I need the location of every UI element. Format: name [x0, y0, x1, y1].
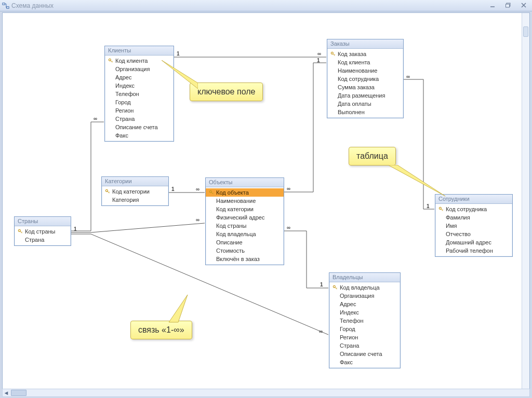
table-field[interactable]: Домашний адрес: [435, 238, 512, 246]
field-name: Адрес: [340, 300, 356, 308]
table-header[interactable]: Клиенты: [105, 46, 174, 56]
table-header[interactable]: Объекты: [206, 178, 284, 187]
primary-key-icon: [104, 189, 111, 194]
field-name: Выполнен: [338, 108, 365, 116]
table-owners[interactable]: ВладельцыКод владельцаОрганизацияАдресИн…: [329, 272, 401, 368]
table-field[interactable]: Описание счета: [329, 350, 400, 358]
table-orders[interactable]: ЗаказыКод заказаКод клиентаНаименованиеК…: [327, 39, 404, 118]
table-field[interactable]: Код сотрудника: [435, 205, 512, 213]
table-field[interactable]: Физический адрес: [206, 213, 284, 222]
field-name: Город: [340, 325, 355, 333]
field-name: Описание: [216, 239, 243, 246]
field-name: Код объекта: [216, 189, 249, 196]
table-field[interactable]: Фамилия: [435, 213, 512, 222]
table-field[interactable]: Код страны: [15, 227, 71, 236]
scroll-thumb[interactable]: [11, 390, 26, 396]
table-field[interactable]: Факс: [329, 358, 400, 366]
table-field[interactable]: Организация: [329, 292, 400, 300]
table-clients[interactable]: КлиентыКод клиентаОрганизацияАдресИндекс…: [104, 46, 174, 142]
table-field[interactable]: Регион: [105, 106, 174, 115]
table-header[interactable]: Владельцы: [329, 273, 400, 282]
table-field[interactable]: Код категории: [102, 187, 168, 196]
callout-text: связь «1-∞»: [138, 325, 184, 334]
svg-rect-1: [7, 6, 9, 8]
table-countries[interactable]: СтраныКод страныСтрана: [14, 216, 71, 246]
table-field[interactable]: Код объекта: [206, 188, 284, 197]
table-field[interactable]: Код заказа: [327, 50, 403, 58]
table-field[interactable]: Код страны: [206, 222, 284, 230]
field-name: Код заказа: [338, 50, 366, 58]
table-categories[interactable]: КатегорииКод категорииКатегория: [101, 176, 169, 206]
field-name: Описание счета: [340, 350, 382, 358]
restore-button[interactable]: [504, 1, 512, 9]
field-name: Стоимость: [216, 247, 245, 254]
primary-key-icon: [107, 58, 114, 63]
table-field[interactable]: Наименование: [327, 66, 403, 75]
cardinality-label: 1: [320, 282, 324, 287]
table-field[interactable]: Описание: [206, 238, 284, 246]
table-field[interactable]: Отчество: [435, 230, 512, 238]
table-header[interactable]: Категории: [102, 177, 168, 186]
callout-relation-tail: [169, 295, 190, 323]
table-field[interactable]: Включён в заказ: [206, 255, 284, 263]
callout-table-tail: [388, 165, 445, 198]
field-name: Регион: [115, 107, 134, 114]
cardinality-label: 1: [171, 186, 175, 192]
table-field[interactable]: Стоимость: [206, 246, 284, 255]
svg-rect-3: [506, 4, 510, 7]
minimize-button[interactable]: [488, 1, 497, 9]
table-field[interactable]: Дата размещения: [327, 91, 403, 100]
diagram-canvas[interactable]: КлиентыКод клиентаОрганизацияАдресИндекс…: [3, 13, 522, 389]
table-header[interactable]: Заказы: [327, 39, 403, 49]
table-header[interactable]: Сотрудники: [435, 195, 512, 204]
table-field[interactable]: Адрес: [105, 73, 174, 81]
table-field[interactable]: Регион: [329, 333, 400, 341]
table-field[interactable]: Код сотрудника: [327, 75, 403, 83]
table-field[interactable]: Факс: [105, 131, 174, 140]
primary-key-icon: [208, 190, 215, 195]
table-field[interactable]: Город: [105, 98, 174, 106]
relationships-icon: [2, 2, 9, 9]
table-objects[interactable]: ОбъектыКод объектаНаименованиеКод катего…: [205, 177, 284, 265]
table-field[interactable]: Страна: [329, 341, 400, 350]
table-field[interactable]: Код владельца: [206, 230, 284, 238]
callout-text: ключевое поле: [197, 87, 255, 96]
table-field[interactable]: Описание счета: [105, 123, 174, 131]
table-field[interactable]: Дата оплаты: [327, 100, 403, 108]
callout-key-field: ключевое поле: [190, 83, 263, 101]
table-header[interactable]: Страны: [15, 217, 71, 226]
close-button[interactable]: [520, 1, 528, 9]
table-field[interactable]: Телефон: [105, 90, 174, 98]
table-field[interactable]: Выполнен: [327, 108, 403, 116]
table-field[interactable]: Рабочий телефон: [435, 246, 512, 255]
field-name: Организация: [115, 65, 150, 73]
table-field[interactable]: Категория: [102, 196, 168, 204]
table-field[interactable]: Сумма заказа: [327, 83, 403, 91]
table-field[interactable]: Телефон: [329, 317, 400, 325]
table-field[interactable]: Страна: [105, 115, 174, 123]
table-field[interactable]: Код клиента: [105, 57, 174, 65]
table-field[interactable]: Наименование: [206, 197, 284, 205]
table-field[interactable]: Индекс: [105, 81, 174, 90]
table-employees[interactable]: СотрудникиКод сотрудникаФамилияИмяОтчест…: [435, 194, 513, 257]
window-title: Схема данных: [11, 2, 54, 9]
field-name: Имя: [446, 222, 457, 229]
field-name: Отчество: [446, 230, 471, 238]
field-name: Код сотрудника: [446, 205, 487, 213]
table-field[interactable]: Страна: [15, 236, 71, 244]
table-field[interactable]: Город: [329, 325, 400, 333]
field-name: Индекс: [115, 82, 135, 89]
horizontal-scrollbar[interactable]: ◄: [2, 389, 530, 397]
field-name: Код сотрудника: [338, 75, 379, 83]
table-field[interactable]: Имя: [435, 222, 512, 230]
table-field[interactable]: Индекс: [329, 308, 400, 317]
table-field[interactable]: Код клиента: [327, 58, 403, 66]
table-field[interactable]: Адрес: [329, 300, 400, 308]
scroll-left-icon[interactable]: ◄: [3, 390, 10, 396]
field-name: Физический адрес: [216, 214, 264, 221]
field-name: Страна: [25, 236, 44, 243]
table-field[interactable]: Организация: [105, 65, 174, 73]
cardinality-label: 1: [176, 51, 180, 57]
table-field[interactable]: Код владельца: [329, 283, 400, 292]
table-field[interactable]: Код категории: [206, 205, 284, 213]
